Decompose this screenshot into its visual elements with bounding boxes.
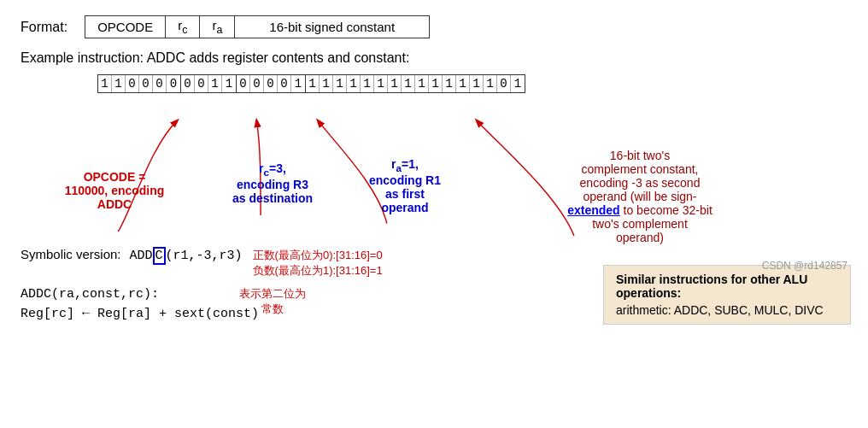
bit-group-const: 1 1 1 1 1 1 1 1 1 1 1 1 1 1 0 1 bbox=[306, 74, 525, 93]
bit: 1 bbox=[291, 75, 305, 92]
format-rc: rc bbox=[166, 16, 200, 38]
symbolic-code: ADDC(r1,-3,r3) bbox=[130, 247, 243, 265]
bit: 1 bbox=[456, 75, 470, 92]
bit: 1 bbox=[222, 75, 236, 92]
bit-group-ra: 0 0 0 0 1 bbox=[237, 74, 306, 93]
format-opcode: OPCODE bbox=[85, 16, 166, 38]
bit: 1 bbox=[374, 75, 388, 92]
bit: 0 bbox=[264, 75, 278, 92]
highlight-c: C bbox=[153, 247, 166, 265]
formula-code2: Reg[rc] ← Reg[ra] + sext(const) bbox=[21, 307, 259, 321]
formula-code1: ADDC(ra,const,rc): bbox=[21, 287, 159, 302]
format-table: OPCODE rc ra 16-bit signed constant bbox=[85, 15, 430, 38]
main-container: Format: OPCODE rc ra 16-bit signed const… bbox=[0, 0, 868, 333]
bit: 0 bbox=[497, 75, 511, 92]
sign-extend-text: extended bbox=[567, 203, 619, 217]
format-const: 16-bit signed constant bbox=[235, 16, 430, 38]
annotation-opcode: OPCODE =110000, encodingADDC bbox=[46, 170, 183, 211]
bit-group-opcode: 1 1 0 0 0 0 bbox=[97, 74, 181, 93]
bit: 1 bbox=[511, 75, 525, 92]
bit: 0 bbox=[237, 75, 250, 92]
bit: 0 bbox=[181, 75, 195, 92]
bit: 1 bbox=[388, 75, 402, 92]
bit: 0 bbox=[126, 75, 139, 92]
bit: 1 bbox=[208, 75, 222, 92]
bit: 1 bbox=[361, 75, 374, 92]
bit: 0 bbox=[278, 75, 291, 92]
chinese-note-second-bit: 表示第二位为常数 bbox=[239, 286, 306, 317]
bit-row-wrapper: 1 1 0 0 0 0 0 0 1 1 0 0 0 0 1 bbox=[97, 74, 847, 93]
bit-full: 1 1 0 0 0 0 0 0 1 1 0 0 0 0 1 bbox=[97, 74, 525, 93]
example-label: Example instruction: ADDC adds register … bbox=[21, 50, 847, 66]
bit: 1 bbox=[443, 75, 456, 92]
bit: 1 bbox=[306, 75, 320, 92]
chinese-note-const: 正数(最高位为0):[31:16]=0负数(最高位为1):[31:16]=1 bbox=[253, 248, 383, 278]
bit: 0 bbox=[195, 75, 208, 92]
bit: 1 bbox=[429, 75, 443, 92]
annotation-const: 16-bit two'scomplement constant,encoding… bbox=[542, 149, 738, 244]
bit: 1 bbox=[402, 75, 415, 92]
bit: 1 bbox=[484, 75, 497, 92]
format-row: Format: OPCODE rc ra 16-bit signed const… bbox=[21, 15, 847, 38]
bit-group-rc: 0 0 1 1 bbox=[181, 74, 237, 93]
bit: 0 bbox=[167, 75, 180, 92]
bit: 1 bbox=[347, 75, 361, 92]
annotation-rc: rc=3,encoding R3as destination bbox=[217, 161, 328, 205]
bit: 1 bbox=[98, 75, 112, 92]
format-label: Format: bbox=[21, 20, 67, 35]
format-ra: ra bbox=[200, 16, 235, 38]
bit: 1 bbox=[320, 75, 333, 92]
annotations-area: OPCODE =110000, encodingADDC rc=3,encodi… bbox=[21, 93, 847, 273]
bit: 0 bbox=[153, 75, 167, 92]
similar-box-text: arithmetic: ADDC, SUBC, MULC, DIVC bbox=[616, 303, 838, 317]
bit: 1 bbox=[470, 75, 484, 92]
bit: 0 bbox=[250, 75, 264, 92]
symbolic-label: Symbolic version: bbox=[21, 247, 121, 261]
bit: 1 bbox=[333, 75, 347, 92]
annotation-ra: ra=1,encoding R1as firstoperand bbox=[354, 157, 456, 214]
bit: 0 bbox=[139, 75, 153, 92]
bit: 1 bbox=[112, 75, 126, 92]
symbolic-row: Symbolic version: ADDC(r1,-3,r3) 正数(最高位为… bbox=[21, 247, 847, 278]
bit: 1 bbox=[415, 75, 429, 92]
